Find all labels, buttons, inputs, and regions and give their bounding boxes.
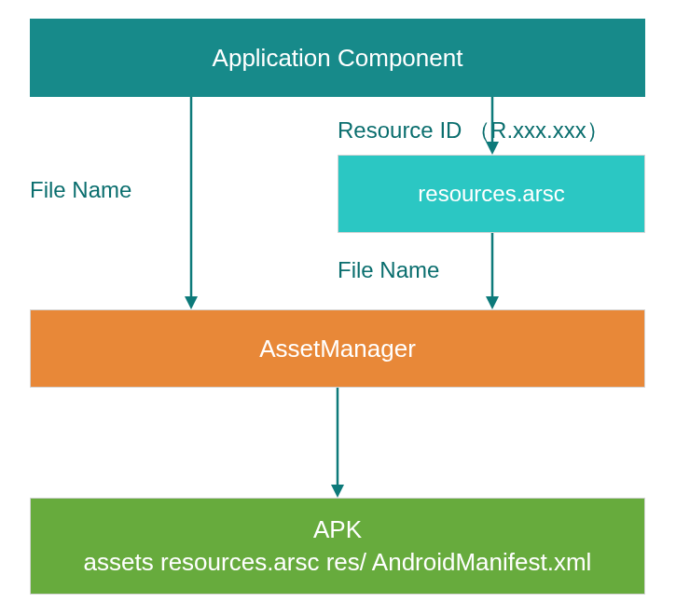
file-name-left-label: File Name [30, 177, 131, 203]
resource-id-label: Resource ID （R.xxx.xxx） [338, 116, 609, 145]
resources-arsc-label: resources.arsc [418, 181, 564, 207]
apk-box: APK assets resources.arsc res/ AndroidMa… [30, 498, 645, 595]
asset-manager-label: AssetManager [259, 335, 416, 363]
svg-marker-5 [486, 296, 499, 309]
apk-title-label: APK [313, 513, 362, 546]
application-component-box: Application Component [30, 19, 645, 97]
arrow-assetmanager-to-apk [328, 388, 347, 498]
resources-arsc-box: resources.arsc [338, 155, 645, 233]
svg-marker-3 [486, 142, 499, 155]
arrow-resources-to-assetmanager [483, 233, 502, 309]
application-component-label: Application Component [213, 44, 463, 73]
arrow-app-to-resources [483, 97, 502, 155]
file-name-center-label: File Name [338, 257, 439, 283]
arrow-app-to-assetmanager-left [182, 97, 200, 309]
svg-marker-1 [185, 296, 198, 309]
apk-contents-label: assets resources.arsc res/ AndroidManife… [84, 546, 592, 579]
asset-manager-box: AssetManager [30, 309, 645, 388]
svg-marker-7 [331, 485, 344, 498]
